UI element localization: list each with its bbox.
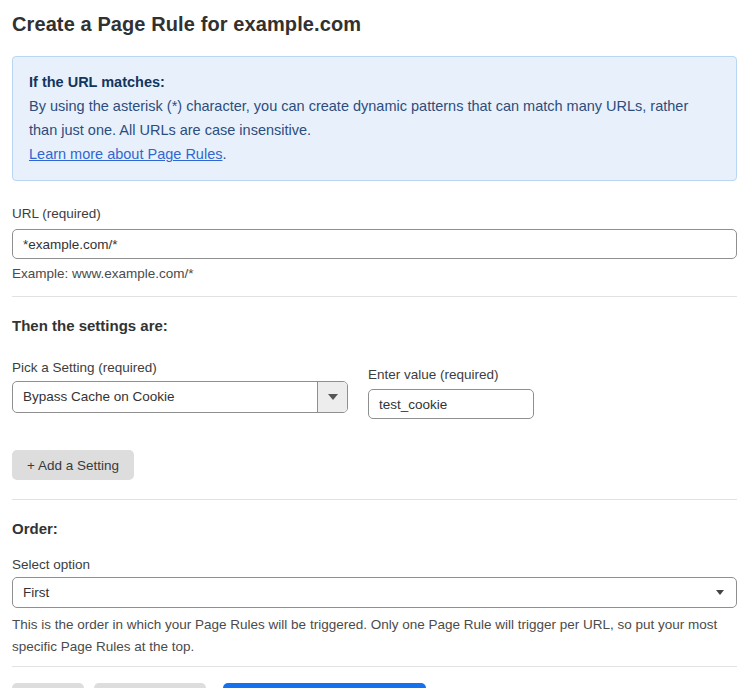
save-as-draft-button[interactable]: Save as Draft	[94, 683, 206, 688]
url-section: URL (required) Example: www.example.com/…	[12, 204, 737, 281]
setting-select[interactable]: Bypass Cache on Cookie	[12, 381, 348, 413]
value-label: Enter value (required)	[368, 367, 499, 382]
url-label: URL (required)	[12, 206, 101, 221]
setting-select-arrow-button[interactable]	[317, 382, 347, 412]
info-box-heading: If the URL matches:	[29, 70, 720, 94]
chevron-down-icon	[716, 590, 724, 595]
divider	[12, 296, 737, 297]
url-input[interactable]	[12, 229, 737, 259]
setting-select-value: Bypass Cache on Cookie	[13, 382, 185, 412]
settings-row: Pick a Setting (required) Bypass Cache o…	[12, 358, 737, 419]
info-box-link-line: Learn more about Page Rules.	[29, 142, 720, 166]
setting-select-column: Pick a Setting (required) Bypass Cache o…	[12, 358, 348, 419]
cancel-button[interactable]: Cancel	[12, 683, 84, 688]
page-title: Create a Page Rule for example.com	[12, 13, 737, 36]
setting-select-label: Pick a Setting (required)	[12, 360, 157, 375]
order-heading: Order:	[12, 520, 737, 537]
order-select-value: First	[23, 585, 49, 600]
order-helper-text: This is the order in which your Page Rul…	[12, 614, 737, 658]
divider	[12, 499, 737, 500]
page-rule-form: Create a Page Rule for example.com If th…	[0, 0, 750, 688]
order-select-label: Select option	[12, 557, 737, 572]
footer-actions: Cancel Save as Draft Save and Deploy Pag…	[12, 683, 737, 688]
link-suffix: .	[222, 146, 226, 162]
add-setting-button[interactable]: + Add a Setting	[12, 450, 134, 480]
setting-value-input[interactable]	[368, 389, 534, 419]
info-box-body: By using the asterisk (*) character, you…	[29, 94, 720, 142]
chevron-down-icon	[328, 394, 338, 400]
order-select[interactable]: First	[12, 577, 737, 608]
divider	[12, 666, 737, 667]
setting-value-column: Enter value (required)	[368, 365, 534, 419]
save-and-deploy-button[interactable]: Save and Deploy Page Rule	[223, 683, 427, 688]
url-helper-text: Example: www.example.com/*	[12, 266, 737, 281]
url-match-info-box: If the URL matches: By using the asteris…	[12, 56, 737, 181]
settings-heading: Then the settings are:	[12, 317, 737, 334]
learn-more-link[interactable]: Learn more about Page Rules	[29, 146, 222, 162]
